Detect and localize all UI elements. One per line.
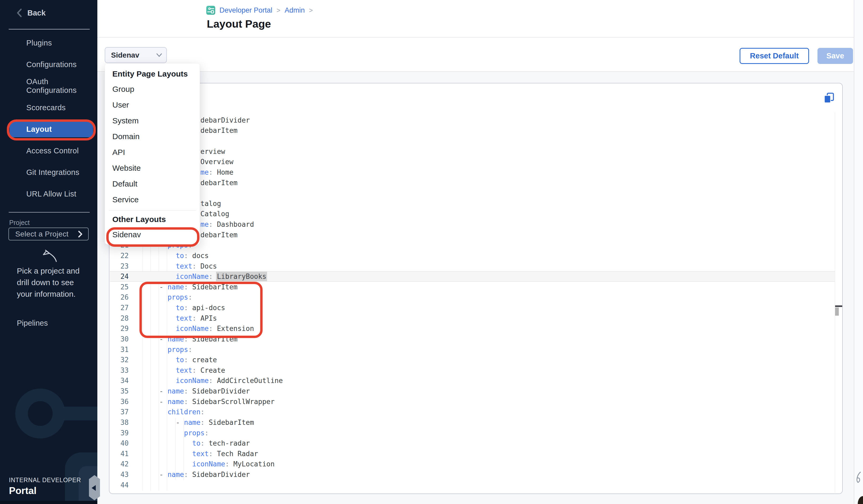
code-line[interactable]: 39 props: — [110, 428, 835, 438]
code-line[interactable]: 35 - name: SidebarDivider — [110, 386, 835, 396]
code-line[interactable]: 29 iconName: Extension — [110, 324, 835, 334]
code-line[interactable]: 38 - name: SidebarItem — [110, 417, 835, 428]
code-line[interactable]: 36 - name: SidebarScrollWrapper — [110, 396, 835, 407]
code-text: to: create — [129, 356, 217, 364]
sidebar-item-label: Access Control — [26, 147, 79, 155]
breadcrumb: Developer Portal > Admin > — [206, 6, 313, 15]
code-line[interactable]: 9 - name: SidebarDivider — [110, 115, 835, 125]
code-line[interactable]: 14 iconName: Home — [110, 167, 835, 178]
line-number: 34 — [110, 377, 129, 385]
sidebar-item[interactable]: URL Allow List — [0, 183, 97, 205]
line-number: 39 — [110, 429, 129, 437]
dropdown-item[interactable]: System — [105, 113, 200, 129]
sidebar-item[interactable]: Configurations — [0, 54, 97, 75]
code-line[interactable]: 44 — [110, 480, 835, 490]
code-line[interactable]: 41 text: Tech Radar — [110, 449, 835, 459]
dropdown-item[interactable]: Default — [105, 176, 200, 192]
code-text: text: APIs — [129, 314, 217, 322]
dropdown-item[interactable]: Sidenav — [105, 227, 200, 242]
code-line[interactable]: 24 iconName: LibraryBooks — [110, 271, 835, 282]
sidebar-collapse-button[interactable] — [89, 475, 100, 500]
sidebar-item[interactable]: Plugins — [0, 32, 97, 54]
code-line[interactable]: 30 - name: SidebarItem — [110, 334, 835, 344]
code-line[interactable]: 15 - name: SidebarItem — [110, 178, 835, 188]
line-number: 43 — [110, 470, 129, 478]
sidebar-bottom-strip — [0, 501, 97, 504]
code-line[interactable]: 12 to: overview — [110, 146, 835, 157]
triangle-left-icon — [91, 485, 96, 491]
line-number: 38 — [110, 418, 129, 426]
dropdown-item-label: Website — [112, 164, 141, 173]
dropdown-item[interactable]: Group — [105, 81, 200, 97]
dropdown-item-label: Default — [112, 179, 137, 188]
code-line[interactable]: 31 props: — [110, 344, 835, 355]
line-number: 40 — [110, 439, 129, 447]
code-line[interactable]: 20 - name: SidebarItem — [110, 230, 835, 240]
code-line[interactable]: 10 - name: SidebarItem — [110, 125, 835, 136]
dropdown-item[interactable]: API — [105, 144, 200, 160]
layout-select-dropdown: Entity Page Layouts GroupUserSystemDomai… — [105, 63, 200, 244]
breadcrumb-separator: > — [276, 7, 280, 14]
code-line[interactable]: 37 children: — [110, 407, 835, 417]
breadcrumb-portal-link[interactable]: Developer Portal — [220, 6, 272, 14]
dropdown-item[interactable]: Domain — [105, 129, 200, 144]
code-line[interactable]: 22 to: docs — [110, 250, 835, 261]
editor-scrollbar-thumb[interactable] — [835, 307, 839, 316]
sidebar-item[interactable]: Scorecards — [0, 97, 97, 118]
sidebar-item[interactable]: OAuth Configurations — [0, 75, 97, 97]
sidebar-divider — [9, 212, 90, 213]
dropdown-group-title: Other Layouts — [105, 212, 200, 227]
chevron-right-icon — [78, 231, 82, 238]
dropdown-item-label: Domain — [112, 132, 139, 141]
yaml-editor[interactable]: 9 - name: SidebarDivider10 - name: Sideb… — [109, 83, 843, 494]
back-button[interactable]: Back — [16, 6, 46, 20]
dropdown-item-label: Sidenav — [112, 230, 141, 239]
sidebar-item[interactable]: Git Integrations — [0, 162, 97, 183]
dropdown-item[interactable]: Website — [105, 160, 200, 176]
code-line[interactable]: 42 iconName: MyLocation — [110, 459, 835, 469]
hand-drawn-arrow-icon — [37, 242, 59, 264]
copy-icon[interactable] — [823, 92, 835, 104]
code-line[interactable]: 43 - name: SidebarDivider — [110, 469, 835, 480]
code-line[interactable]: 34 iconName: AddCircleOutline — [110, 376, 835, 386]
code-line[interactable]: 23 text: Docs — [110, 261, 835, 272]
code-line[interactable]: 16 props: — [110, 188, 835, 198]
dropdown-divider — [109, 210, 196, 211]
code-line[interactable]: 25 - name: SidebarItem — [110, 282, 835, 292]
code-line[interactable]: 21 props: — [110, 240, 835, 251]
sidebar-item[interactable]: Layout — [10, 121, 93, 137]
other-layouts-list: Sidenav — [105, 227, 200, 242]
circuit-decoration — [62, 407, 97, 420]
entity-layouts-list: GroupUserSystemDomainAPIWebsiteDefaultSe… — [105, 81, 200, 207]
breadcrumb-separator: > — [309, 7, 313, 14]
dropdown-item[interactable]: User — [105, 97, 200, 113]
code-line[interactable]: 27 to: api-docs — [110, 303, 835, 313]
sidebar-nav: Plugins Configurations OAuth Configurati… — [0, 32, 97, 205]
code-line[interactable]: 19 iconName: Dashboard — [110, 219, 835, 230]
dropdown-item-label: Group — [112, 85, 134, 94]
code-line[interactable]: 26 props: — [110, 292, 835, 303]
sidebar-item-pipelines[interactable]: Pipelines — [17, 317, 48, 329]
code-line[interactable]: 28 text: APIs — [110, 313, 835, 324]
code-line[interactable]: 11 props: — [110, 136, 835, 146]
code-line[interactable]: 33 text: Create — [110, 365, 835, 376]
code-line[interactable]: 18 text: Catalog — [110, 209, 835, 219]
breadcrumb-admin-link[interactable]: Admin — [285, 6, 305, 14]
code-area[interactable]: 9 - name: SidebarDivider10 - name: Sideb… — [110, 115, 835, 490]
code-text: text: Docs — [129, 262, 217, 270]
project-label: Project — [9, 219, 30, 226]
page-scrollbar[interactable] — [854, 0, 863, 504]
layout-select[interactable]: Sidenav — [105, 47, 167, 63]
sidebar-item[interactable]: Access Control — [0, 140, 97, 162]
dropdown-item[interactable]: Service — [105, 192, 200, 207]
code-line[interactable]: 40 to: tech-radar — [110, 438, 835, 449]
code-line[interactable]: 17 to: catalog — [110, 198, 835, 209]
line-number: 29 — [110, 325, 129, 332]
save-button[interactable]: Save — [817, 48, 853, 64]
code-line[interactable]: 13 text: Overview — [110, 157, 835, 167]
code-line[interactable]: 32 to: create — [110, 355, 835, 365]
code-text: - name: SidebarScrollWrapper — [129, 398, 275, 406]
reset-default-button[interactable]: Reset Default — [740, 48, 809, 64]
project-select-button[interactable]: Select a Project — [9, 228, 89, 240]
page-header: Developer Portal > Admin > Layout Page — [97, 0, 854, 38]
